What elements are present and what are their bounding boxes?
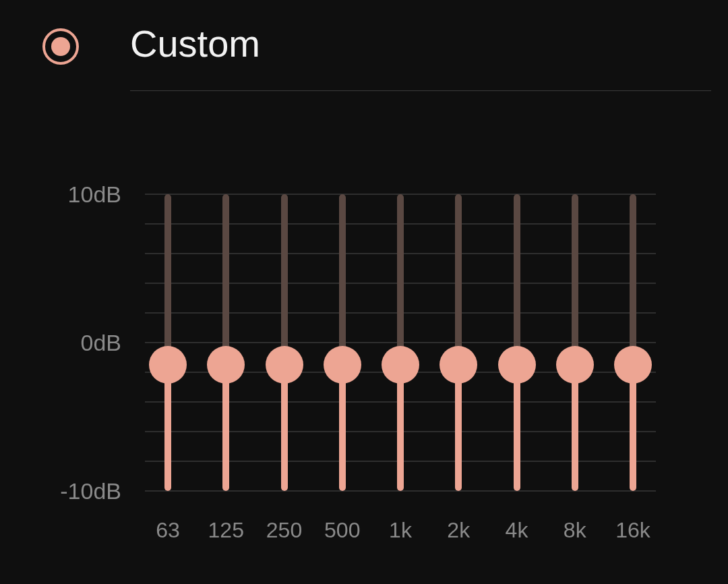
eq-slider-63[interactable]	[148, 194, 188, 491]
x-axis-labels: 631252505001k2k4k8k16k	[145, 518, 656, 552]
preset-radio-custom[interactable]	[42, 28, 79, 65]
freq-label-63: 63	[156, 518, 180, 543]
freq-label-2k: 2k	[447, 518, 470, 543]
slider-track-lower	[630, 365, 636, 491]
eq-slider-500[interactable]	[322, 194, 363, 491]
slider-track-upper	[455, 194, 462, 365]
slider-track-lower	[164, 365, 171, 491]
eq-slider-8k[interactable]	[555, 194, 595, 491]
y-label-mid: 0dB	[81, 330, 122, 356]
eq-slider-1k[interactable]	[380, 194, 421, 491]
slider-thumb[interactable]	[556, 346, 594, 384]
freq-label-500: 500	[324, 518, 360, 543]
slider-track-upper	[339, 194, 346, 365]
slider-track-lower	[514, 365, 520, 491]
equalizer-header: Custom	[0, 26, 728, 80]
slider-track-upper	[572, 194, 578, 365]
slider-track-upper	[514, 194, 520, 365]
slider-thumb[interactable]	[149, 346, 187, 384]
preset-title: Custom	[130, 22, 260, 65]
y-label-min: -10dB	[60, 478, 121, 504]
slider-thumb[interactable]	[614, 346, 652, 384]
header-divider	[130, 90, 711, 91]
slider-thumb[interactable]	[382, 346, 419, 384]
slider-thumb[interactable]	[439, 346, 477, 384]
slider-track-lower	[222, 365, 229, 491]
slider-thumb[interactable]	[266, 346, 303, 384]
slider-track-upper	[397, 194, 404, 365]
slider-thumb[interactable]	[324, 346, 361, 384]
freq-label-1k: 1k	[389, 518, 412, 543]
eq-slider-4k[interactable]	[497, 194, 537, 491]
freq-label-4k: 4k	[506, 518, 528, 543]
slider-track-lower	[397, 365, 404, 491]
eq-slider-125[interactable]	[206, 194, 246, 491]
slider-track-lower	[339, 365, 346, 491]
slider-track-upper	[281, 194, 288, 365]
freq-label-8k: 8k	[564, 518, 586, 543]
slider-thumb[interactable]	[498, 346, 536, 384]
eq-slider-2k[interactable]	[438, 194, 479, 491]
slider-track-upper	[630, 194, 636, 365]
slider-thumb[interactable]	[207, 346, 245, 384]
freq-label-16k: 16k	[615, 518, 650, 543]
y-label-max: 10dB	[68, 181, 121, 208]
freq-label-250: 250	[266, 518, 302, 543]
slider-track-upper	[222, 194, 229, 365]
slider-track-lower	[455, 365, 462, 491]
y-axis-labels: 10dB 0dB -10dB	[0, 194, 133, 552]
freq-label-125: 125	[208, 518, 244, 543]
eq-slider-250[interactable]	[264, 194, 305, 491]
slider-track-lower	[281, 365, 288, 491]
eq-slider-16k[interactable]	[613, 194, 653, 491]
slider-track-upper	[164, 194, 171, 365]
slider-track-lower	[572, 365, 578, 491]
equalizer-sliders	[145, 194, 656, 491]
equalizer-panel: 10dB 0dB -10dB 631252505001k2k4k8k16k	[0, 194, 728, 552]
